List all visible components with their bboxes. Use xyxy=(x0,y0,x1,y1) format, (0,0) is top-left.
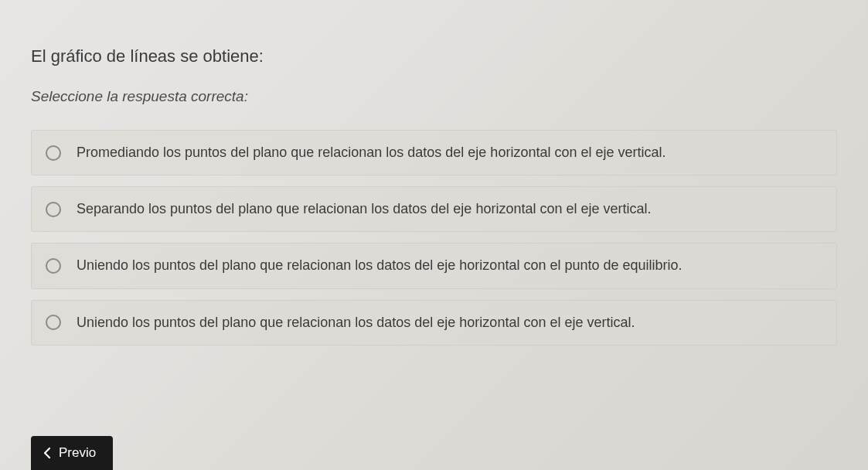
radio-icon[interactable] xyxy=(46,315,61,330)
option-row[interactable]: Promediando los puntos del plano que rel… xyxy=(31,130,837,175)
question-instruction: Seleccione la respuesta correcta: xyxy=(31,88,837,105)
option-row[interactable]: Uniendo los puntos del plano que relacio… xyxy=(31,300,837,346)
quiz-container: El gráfico de líneas se obtiene: Selecci… xyxy=(0,0,868,346)
question-title: El gráfico de líneas se obtiene: xyxy=(31,46,837,66)
option-label: Promediando los puntos del plano que rel… xyxy=(77,143,666,162)
option-row[interactable]: Uniendo los puntos del plano que relacio… xyxy=(31,243,837,288)
option-row[interactable]: Separando los puntos del plano que relac… xyxy=(31,186,837,232)
options-list: Promediando los puntos del plano que rel… xyxy=(31,130,837,346)
radio-icon[interactable] xyxy=(46,258,61,274)
chevron-left-icon xyxy=(43,447,51,459)
footer-nav: Previo xyxy=(31,436,113,470)
option-label: Uniendo los puntos del plano que relacio… xyxy=(77,256,682,275)
option-label: Uniendo los puntos del plano que relacio… xyxy=(77,313,635,332)
radio-icon[interactable] xyxy=(46,145,61,161)
option-label: Separando los puntos del plano que relac… xyxy=(77,199,652,219)
previous-button-label: Previo xyxy=(59,445,96,461)
radio-icon[interactable] xyxy=(46,202,61,217)
previous-button[interactable]: Previo xyxy=(31,436,113,470)
